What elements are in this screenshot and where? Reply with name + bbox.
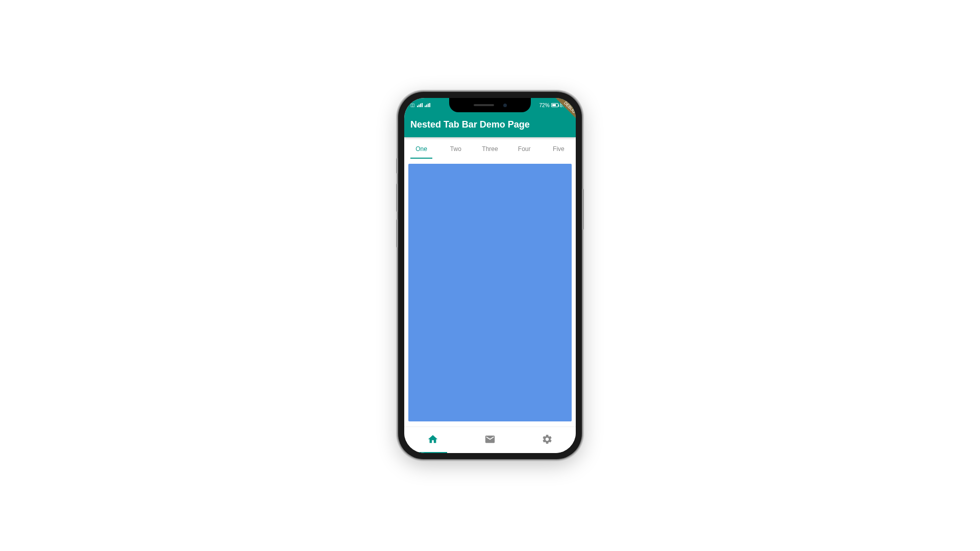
phone-screen: DEBUG ◫ 72% 8:44 Nested Tab Bar Demo Pag… [404,98,576,453]
status-bar-left: ◫ [410,103,430,108]
bottom-tab-mail[interactable] [461,427,519,453]
front-camera [503,104,507,107]
top-tab-bar: One Two Three Four Five [404,137,576,159]
tab-label: Five [553,145,565,153]
settings-icon [542,434,553,447]
signal-icon-2 [425,103,430,107]
volume-up-button [396,184,398,212]
phone-device-frame: DEBUG ◫ 72% 8:44 Nested Tab Bar Demo Pag… [398,92,582,459]
mail-icon [484,434,496,447]
tab-four[interactable]: Four [507,141,542,159]
tab-one[interactable]: One [404,141,438,159]
power-button [582,189,584,230]
tab-two[interactable]: Two [438,141,473,159]
tab-content-area [404,159,576,427]
bottom-tab-bar [404,427,576,453]
battery-percentage: 72% [540,103,550,108]
volume-down-button [396,219,398,247]
tab-label: Four [518,145,531,153]
mute-switch [396,158,398,173]
app-bar: Nested Tab Bar Demo Page [404,112,576,137]
tab-label: One [415,145,427,153]
tab-label: Two [450,145,461,153]
tab-label: Three [482,145,498,153]
bottom-tab-home[interactable] [404,427,461,453]
tab-five[interactable]: Five [542,141,576,159]
bottom-tab-settings[interactable] [519,427,576,453]
page-title: Nested Tab Bar Demo Page [410,119,530,130]
speaker-grille [474,104,494,106]
battery-icon [551,103,558,107]
tab-three[interactable]: Three [473,141,507,159]
notification-icon: ◫ [410,103,415,108]
content-block [408,164,572,421]
home-icon [427,434,438,447]
notch [449,98,531,112]
signal-icon [417,103,423,107]
